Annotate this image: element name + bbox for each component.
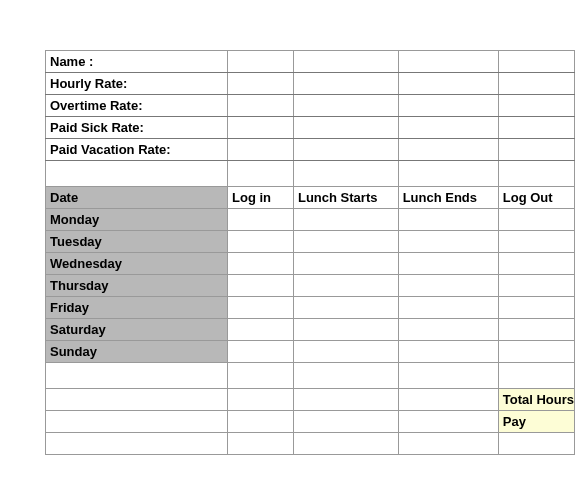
row-paid-sick-rate: Paid Sick Rate:: [46, 117, 575, 139]
paid-sick-rate-value[interactable]: [228, 117, 294, 139]
row-hourly-rate: Hourly Rate:: [46, 73, 575, 95]
timesheet: Name : Hourly Rate: Overtime Rate: Paid …: [45, 50, 575, 455]
day-label: Wednesday: [46, 253, 228, 275]
total-hours-value[interactable]: [398, 389, 498, 411]
name-label: Name :: [46, 51, 228, 73]
paid-vacation-rate-value[interactable]: [228, 139, 294, 161]
pay-label: Pay: [498, 411, 574, 433]
cell-lunch-ends[interactable]: [398, 319, 498, 341]
row-saturday: Saturday: [46, 319, 575, 341]
header-row: Date Log in Lunch Starts Lunch Ends Log …: [46, 187, 575, 209]
row-monday: Monday: [46, 209, 575, 231]
cell-log-in[interactable]: [228, 319, 294, 341]
cell-lunch-ends[interactable]: [398, 275, 498, 297]
pay-value[interactable]: [398, 411, 498, 433]
row-wednesday: Wednesday: [46, 253, 575, 275]
day-label: Friday: [46, 297, 228, 319]
header-lunch-ends: Lunch Ends: [398, 187, 498, 209]
cell-log-in[interactable]: [228, 297, 294, 319]
cell-lunch-starts[interactable]: [293, 209, 398, 231]
timesheet-table: Name : Hourly Rate: Overtime Rate: Paid …: [45, 50, 575, 455]
hourly-rate-label: Hourly Rate:: [46, 73, 228, 95]
cell-log-in[interactable]: [228, 231, 294, 253]
cell-lunch-ends[interactable]: [398, 231, 498, 253]
overtime-rate-value[interactable]: [228, 95, 294, 117]
paid-vacation-rate-label: Paid Vacation Rate:: [46, 139, 228, 161]
paid-sick-rate-label: Paid Sick Rate:: [46, 117, 228, 139]
cell-lunch-starts[interactable]: [293, 297, 398, 319]
trailing-row: [46, 433, 575, 455]
cell-lunch-starts[interactable]: [293, 253, 398, 275]
overtime-rate-label: Overtime Rate:: [46, 95, 228, 117]
row-paid-vacation-rate: Paid Vacation Rate:: [46, 139, 575, 161]
cell-log-in[interactable]: [228, 253, 294, 275]
row-pay: Pay: [46, 411, 575, 433]
row-total-hours: Total Hours: [46, 389, 575, 411]
cell-lunch-ends[interactable]: [398, 297, 498, 319]
cell-log-out[interactable]: [498, 297, 574, 319]
row-sunday: Sunday: [46, 341, 575, 363]
row-name: Name :: [46, 51, 575, 73]
cell-lunch-ends[interactable]: [398, 341, 498, 363]
spacer-row: [46, 161, 575, 187]
day-label: Monday: [46, 209, 228, 231]
cell-log-out[interactable]: [498, 209, 574, 231]
cell-log-out[interactable]: [498, 275, 574, 297]
cell-log-out[interactable]: [498, 319, 574, 341]
header-log-in: Log in: [228, 187, 294, 209]
cell-log-out[interactable]: [498, 341, 574, 363]
cell-log-out[interactable]: [498, 231, 574, 253]
cell-log-in[interactable]: [228, 341, 294, 363]
name-value[interactable]: [228, 51, 294, 73]
header-lunch-starts: Lunch Starts: [293, 187, 398, 209]
row-thursday: Thursday: [46, 275, 575, 297]
header-log-out: Log Out: [498, 187, 574, 209]
row-friday: Friday: [46, 297, 575, 319]
cell-lunch-ends[interactable]: [398, 209, 498, 231]
day-label: Thursday: [46, 275, 228, 297]
total-hours-label: Total Hours: [498, 389, 574, 411]
cell-log-in[interactable]: [228, 209, 294, 231]
header-date: Date: [46, 187, 228, 209]
hourly-rate-value[interactable]: [228, 73, 294, 95]
cell-lunch-starts[interactable]: [293, 231, 398, 253]
cell-lunch-starts[interactable]: [293, 319, 398, 341]
spacer-row-2: [46, 363, 575, 389]
cell-lunch-starts[interactable]: [293, 275, 398, 297]
day-label: Saturday: [46, 319, 228, 341]
day-label: Sunday: [46, 341, 228, 363]
cell-log-out[interactable]: [498, 253, 574, 275]
row-overtime-rate: Overtime Rate:: [46, 95, 575, 117]
row-tuesday: Tuesday: [46, 231, 575, 253]
day-label: Tuesday: [46, 231, 228, 253]
cell-lunch-starts[interactable]: [293, 341, 398, 363]
cell-lunch-ends[interactable]: [398, 253, 498, 275]
cell-log-in[interactable]: [228, 275, 294, 297]
